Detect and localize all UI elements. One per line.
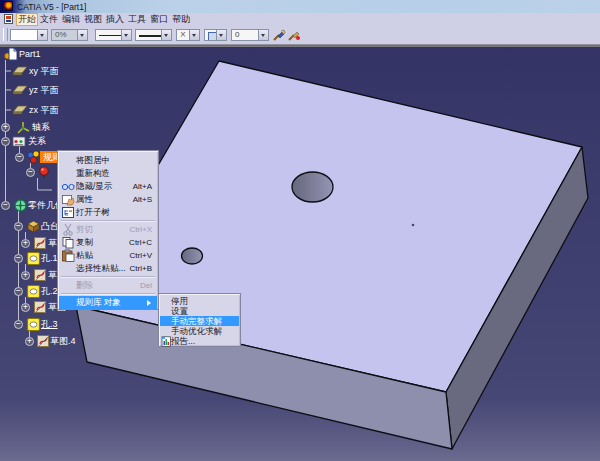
tree-item-Part1[interactable]: Part1 xyxy=(19,48,41,60)
tree-item-yz 平面[interactable]: yz 平面 xyxy=(29,84,59,96)
ctx-item-属性[interactable]: 属性Alt+S xyxy=(59,193,157,206)
tree-item-草图.4[interactable]: 草图.4 xyxy=(50,335,76,347)
ctx-item-label: 复制 xyxy=(76,237,93,247)
ctx-item-重新构造[interactable]: 重新构造 xyxy=(59,167,157,180)
tree-expander[interactable]: − xyxy=(14,222,23,231)
layer-combo-value xyxy=(205,30,216,40)
ctx-item-accel: Alt+S xyxy=(133,193,152,206)
ctx-item-将图居中[interactable]: 将图居中 xyxy=(59,154,157,167)
tree-expander[interactable]: + xyxy=(1,123,10,132)
tree-expander[interactable]: + xyxy=(25,337,34,346)
tree-item-xy 平面[interactable]: xy 平面 xyxy=(29,65,59,77)
menu-帮助[interactable]: 帮助 xyxy=(170,13,192,26)
line-type-combo[interactable] xyxy=(95,29,132,41)
ctx-item-选择性粘贴...[interactable]: 选择性粘贴...Ctrl+B xyxy=(59,262,157,275)
ctx-item-label: 选择性粘贴... xyxy=(76,263,126,273)
tree-item-孔.2[interactable]: 孔.2 xyxy=(41,285,58,297)
copy-icon xyxy=(61,236,75,249)
tree-item-孔.3[interactable]: 孔.3 xyxy=(41,318,58,330)
tree-expander[interactable]: − xyxy=(14,320,23,329)
axis-icon xyxy=(15,120,29,134)
submenu-item-手动完整求解[interactable]: 手动完整求解 xyxy=(160,316,239,326)
ctx-item-label: 剪切 xyxy=(76,224,93,234)
ctx-item-打开子树[interactable]: 打开子树 xyxy=(59,206,157,219)
tree-expander[interactable]: − xyxy=(1,137,10,146)
ctx-item-label: 打开子树 xyxy=(76,207,110,217)
submenu-item-停用[interactable]: 停用 xyxy=(160,296,239,306)
hole-icon xyxy=(26,284,40,298)
window-title: CATIA V5 - [Part1] xyxy=(17,2,86,12)
point-marker[interactable] xyxy=(412,224,415,227)
menu-文件[interactable]: 文件 xyxy=(38,13,60,26)
ctx-item-删除[interactable]: 删除Del xyxy=(59,279,157,292)
line-type-combo-dropdown-button[interactable] xyxy=(121,30,131,40)
line-weight-combo[interactable] xyxy=(135,29,172,41)
tree-expander[interactable]: − xyxy=(14,287,23,296)
submenu-item-手动优化求解[interactable]: 手动优化求解 xyxy=(160,326,239,336)
tree-item-轴系[interactable]: 轴系 xyxy=(32,121,50,133)
hole-icon xyxy=(26,251,40,265)
zoom-combo[interactable]: 0% xyxy=(51,29,88,41)
ctx-item-accel: Ctrl+V xyxy=(130,249,152,262)
line-type-combo-value xyxy=(96,30,121,40)
menu-窗口[interactable]: 窗口 xyxy=(148,13,170,26)
report-icon xyxy=(161,336,171,346)
toolbar-grip[interactable] xyxy=(3,28,8,41)
tree-expander[interactable]: + xyxy=(21,239,30,248)
paintbrush-red-icon[interactable] xyxy=(287,29,301,43)
plane-icon xyxy=(12,103,26,117)
symbol-combo[interactable]: × xyxy=(176,29,200,41)
layer-combo-dropdown-button[interactable] xyxy=(216,30,226,40)
line-weight-combo-dropdown-button[interactable] xyxy=(161,30,171,40)
zoom-combo-dropdown-button[interactable] xyxy=(77,30,87,40)
menu-工具[interactable]: 工具 xyxy=(126,13,148,26)
open-subtree-icon xyxy=(61,206,75,219)
ctx-item-隐藏/显示[interactable]: 隐藏/显示Alt+A xyxy=(59,180,157,193)
paste-icon xyxy=(61,249,75,262)
relations-icon xyxy=(12,134,26,148)
symbol-combo-dropdown-button[interactable] xyxy=(189,30,199,40)
ctx-item-复制[interactable]: 复制Ctrl+C xyxy=(59,236,157,249)
catia-app-icon xyxy=(2,1,13,11)
hole-icon xyxy=(26,317,40,331)
submenu-item-label: 手动完整求解 xyxy=(171,316,222,326)
paintbrush-icon[interactable] xyxy=(272,29,286,43)
viewport-3d[interactable]: Part1xy 平面yz 平面zx 平面+轴系−关系−规则库−−零件几何体−凸台… xyxy=(0,47,600,461)
ctx-item-剪切[interactable]: 剪切Ctrl+X xyxy=(59,223,157,236)
submenu-item-label: 停用 xyxy=(171,296,188,306)
menu-开始[interactable]: 开始 xyxy=(16,13,38,26)
menu-视图[interactable]: 视图 xyxy=(82,13,104,26)
document-icon[interactable] xyxy=(4,14,13,24)
color-combo-value xyxy=(11,30,37,40)
context-menu: 将图居中重新构造隐藏/显示Alt+A属性Alt+S打开子树剪切Ctrl+X复制C… xyxy=(57,150,159,310)
symbol-combo-value: × xyxy=(177,30,189,40)
submenu-item-label: 报告... xyxy=(171,336,195,346)
ctx-item-label: 规则库 对象 xyxy=(76,297,121,307)
tree-expander[interactable]: + xyxy=(21,271,30,280)
ctx-item-粘贴[interactable]: 粘贴Ctrl+V xyxy=(59,249,157,262)
color-combo-dropdown-button[interactable] xyxy=(37,30,47,40)
tree-item-孔.1[interactable]: 孔.1 xyxy=(41,252,58,264)
sketch-icon xyxy=(36,334,50,348)
ctx-item-规则库 对象[interactable]: 规则库 对象 xyxy=(59,296,157,309)
tree-expander[interactable]: − xyxy=(14,254,23,263)
hole-small[interactable] xyxy=(182,248,203,264)
menu-编辑[interactable]: 编辑 xyxy=(60,13,82,26)
tree-expander[interactable]: − xyxy=(15,153,24,162)
submenu-item-设置[interactable]: 设置 xyxy=(160,306,239,316)
layer-combo[interactable] xyxy=(204,29,227,41)
tree-item-zx 平面[interactable]: zx 平面 xyxy=(29,104,59,116)
submenu-item-报告...[interactable]: 报告... xyxy=(160,336,239,346)
color-combo[interactable] xyxy=(10,29,48,41)
submenu-arrow-icon xyxy=(147,300,154,306)
tree-item-关系[interactable]: 关系 xyxy=(28,135,46,147)
filter-combo[interactable]: 0 xyxy=(231,29,269,41)
menu-插入[interactable]: 插入 xyxy=(104,13,126,26)
hole-large[interactable] xyxy=(292,172,333,202)
tree-expander[interactable]: − xyxy=(26,168,35,177)
ctx-item-label: 重新构造 xyxy=(76,168,110,178)
tree-expander[interactable]: − xyxy=(1,201,10,210)
tree-expander[interactable]: + xyxy=(21,303,30,312)
filter-combo-dropdown-button[interactable] xyxy=(258,30,268,40)
rules-icon xyxy=(26,150,40,164)
